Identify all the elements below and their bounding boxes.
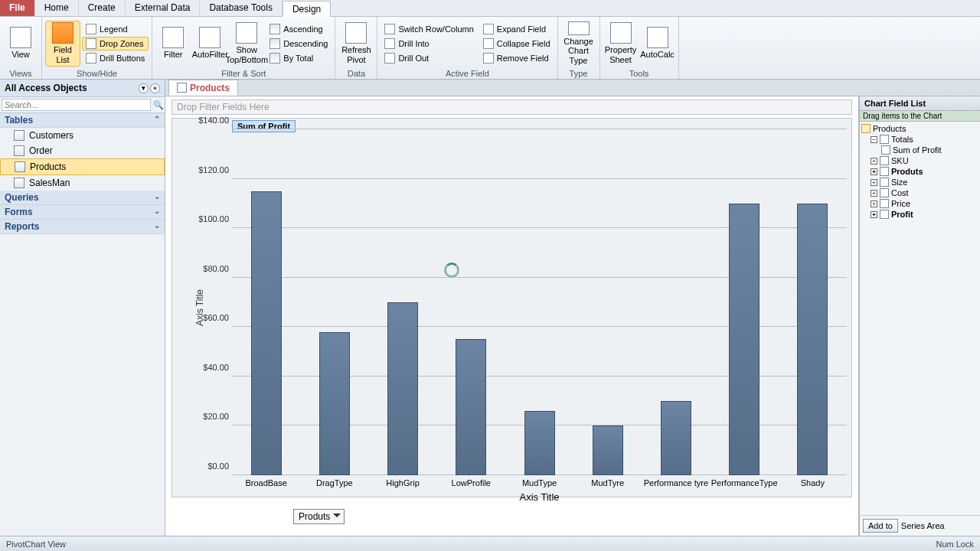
bar-mudtyre[interactable] xyxy=(593,425,623,475)
field-icon xyxy=(880,210,889,219)
ribbon-group-data: Refresh Pivot Data xyxy=(335,17,377,79)
ribbon: View Views Field List Legend Drop Zones … xyxy=(0,17,980,80)
x-axis-title[interactable]: Axis Title xyxy=(519,491,559,503)
tab-database-tools[interactable]: Database Tools xyxy=(200,0,283,16)
by-total-button[interactable]: By Total xyxy=(266,51,332,65)
show-topbottom-button[interactable]: Show Top/Bottom xyxy=(229,21,264,67)
doc-tab-products[interactable]: Products xyxy=(168,80,238,96)
search-input[interactable] xyxy=(2,99,151,111)
chart-box[interactable]: Sum of Profit Axis Title Axis Title Prod… xyxy=(172,118,852,497)
descending-button[interactable]: Descending xyxy=(266,37,332,51)
tree-sumprofit[interactable]: Sum of Profit xyxy=(861,145,978,155)
bar-shady[interactable] xyxy=(797,204,828,475)
tree-field-price[interactable]: +Price xyxy=(861,198,978,209)
series-area-label[interactable]: Series Area xyxy=(901,521,945,530)
ribbon-group-views: View Views xyxy=(0,17,42,79)
nav-header[interactable]: All Access Objects ▾« xyxy=(0,80,165,97)
x-category: LowProfile xyxy=(452,478,491,487)
tools-group-label: Tools xyxy=(603,68,675,79)
tree-root[interactable]: Products xyxy=(861,123,978,134)
bar-performance-tyre[interactable] xyxy=(661,401,691,475)
nav-search: 🔍 xyxy=(0,97,165,113)
nav-item-products[interactable]: Products xyxy=(0,158,165,175)
tables-label: Tables xyxy=(5,115,33,126)
drop-zones-button[interactable]: Drop Zones xyxy=(82,37,149,51)
nav-item-order[interactable]: Order xyxy=(0,143,165,158)
ribbon-tabs: File Home Create External Data Database … xyxy=(0,0,980,17)
category-dropdown[interactable]: Produts xyxy=(293,509,345,524)
tab-external-data[interactable]: External Data xyxy=(126,0,201,16)
autocalc-button[interactable]: AutoCalc xyxy=(640,21,675,67)
drill-buttons-button[interactable]: Drill Buttons xyxy=(82,51,149,65)
add-to-button[interactable]: Add to xyxy=(863,519,898,533)
desc-icon xyxy=(270,38,280,49)
field-list-button[interactable]: Field List xyxy=(45,21,80,67)
status-bar: PivotChart View Num Lock xyxy=(0,536,980,551)
totals-label: Totals xyxy=(891,135,913,144)
bar-mudtype[interactable] xyxy=(524,411,555,475)
tab-home[interactable]: Home xyxy=(35,0,79,16)
reports-label: Reports xyxy=(5,221,39,232)
nav-item-customers[interactable]: Customers xyxy=(0,128,165,143)
field-label: Size xyxy=(891,178,907,187)
tree-field-sku[interactable]: +SKU xyxy=(861,155,978,166)
property-sheet-button[interactable]: Property Sheet xyxy=(603,21,639,67)
view-button[interactable]: View xyxy=(3,21,38,67)
bar-performancetype[interactable] xyxy=(729,204,760,475)
expand-field-button[interactable]: Expand Field xyxy=(479,22,554,36)
tab-create[interactable]: Create xyxy=(79,0,126,16)
filter-button[interactable]: Filter xyxy=(155,21,191,67)
expand-icon: ⌄ xyxy=(154,192,160,203)
collapse-field-button[interactable]: Collapse Field xyxy=(479,37,554,51)
tab-design[interactable]: Design xyxy=(283,1,331,17)
autofilter-button[interactable]: AutoFilter xyxy=(192,21,227,67)
remove-field-button[interactable]: Remove Field xyxy=(479,51,554,65)
ascending-button[interactable]: Ascending xyxy=(266,22,332,36)
remove-icon xyxy=(483,53,494,64)
search-icon[interactable]: 🔍 xyxy=(152,97,165,112)
nav-collapse-icon[interactable]: « xyxy=(150,83,160,93)
filter-label: Filter xyxy=(164,50,182,60)
field-tree: Products −Totals Sum of Profit +SKU+Prod… xyxy=(860,122,980,221)
bar-lowprofile[interactable] xyxy=(456,339,486,475)
drillinto-label: Drill Into xyxy=(398,39,429,48)
drill-into-button[interactable]: Drill Into xyxy=(381,37,477,51)
nav-item-salesman[interactable]: SalesMan xyxy=(0,175,165,191)
nav-cat-forms[interactable]: Forms⌄ xyxy=(0,205,165,220)
autocalc-label: AutoCalc xyxy=(640,50,675,60)
nav-item-label: Products xyxy=(30,161,66,172)
nav-cat-reports[interactable]: Reports⌄ xyxy=(0,220,165,234)
tab-file[interactable]: File xyxy=(0,0,35,16)
nav-item-label: Order xyxy=(29,145,53,156)
asc-label: Ascending xyxy=(283,24,322,34)
bar-highgrip[interactable] xyxy=(387,302,418,475)
legend-button[interactable]: Legend xyxy=(82,22,149,36)
nav-cat-tables[interactable]: Tables⌃ xyxy=(0,113,165,128)
bar-broadbase[interactable] xyxy=(251,191,282,475)
collapse-label: Collapse Field xyxy=(497,39,550,48)
charttype-label: Change Chart Type xyxy=(562,37,596,66)
filter-drop-zone[interactable]: Drop Filter Fields Here xyxy=(172,99,852,115)
tree-field-profit[interactable]: +Profit xyxy=(861,209,978,220)
tree-field-produts[interactable]: +Produts xyxy=(861,166,978,177)
tree-field-size[interactable]: +Size xyxy=(861,177,978,187)
nav-dropdown-icon[interactable]: ▾ xyxy=(139,83,149,93)
change-chart-type-button[interactable]: Change Chart Type xyxy=(561,21,596,67)
status-left: PivotChart View xyxy=(6,540,66,549)
refresh-pivot-button[interactable]: Refresh Pivot xyxy=(338,21,374,67)
tree-totals[interactable]: −Totals xyxy=(861,134,978,145)
form-icon xyxy=(177,83,187,93)
chart-field-list-pane: Chart Field List Drag items to the Chart… xyxy=(859,96,980,536)
nav-item-label: Customers xyxy=(29,130,74,141)
bytotal-icon xyxy=(270,53,280,64)
switch-rowcol-button[interactable]: Switch Row/Column xyxy=(381,22,477,36)
doc-pane: Drop Filter Fields Here Sum of Profit Ax… xyxy=(165,96,980,536)
autofilter-icon xyxy=(199,27,220,48)
tree-field-cost[interactable]: +Cost xyxy=(861,187,978,198)
y-tick: $20.00 xyxy=(203,412,232,421)
drill-out-button[interactable]: Drill Out xyxy=(381,51,477,65)
nav-cat-queries[interactable]: Queries⌄ xyxy=(0,191,165,205)
ribbon-group-filtersort: Filter AutoFilter Show Top/Bottom Ascend… xyxy=(152,17,335,79)
bar-dragtype[interactable] xyxy=(319,332,350,475)
refresh-label: Refresh Pivot xyxy=(339,45,373,64)
